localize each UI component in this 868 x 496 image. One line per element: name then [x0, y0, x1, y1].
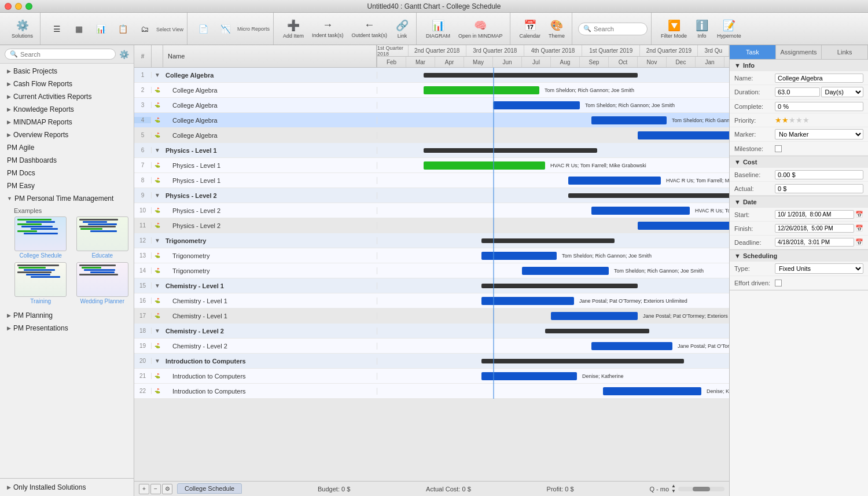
table-row[interactable]: 17 ⛳ Chemistry - Level 1 [134, 308, 377, 324]
sidebar-item-basic-projects[interactable]: ▶ Basic Projects [0, 65, 134, 78]
gantt-bar-summary-15[interactable] [481, 284, 638, 288]
zoom-up-icon[interactable]: ▲ [671, 484, 676, 488]
filter-mode-button[interactable]: 🔽 Filter Mode [657, 16, 690, 42]
add-item-button[interactable]: ➕ Add Item [279, 16, 307, 42]
diagram-button[interactable]: 📊 DIAGRAM [422, 16, 454, 42]
calendar-button[interactable]: 📅 Calendar [516, 16, 545, 42]
view-btn-5[interactable]: 🗂 [134, 16, 155, 42]
gantt-bar-16[interactable] [481, 297, 574, 305]
gantt-bar-summary-20[interactable] [481, 359, 684, 363]
gantt-bar-13[interactable] [481, 252, 557, 260]
gantt-bar-7[interactable] [424, 161, 545, 170]
row-expand-icon[interactable]: ▼ [152, 192, 163, 199]
window-controls[interactable] [5, 3, 32, 10]
sidebar-item-pm-dashboards[interactable]: PM Dashboards [0, 154, 134, 167]
example-college-schedule[interactable]: College Shedule [12, 216, 70, 259]
row-expand-icon[interactable]: ▼ [152, 72, 163, 78]
view-btn-4[interactable]: 📋 [112, 16, 133, 42]
table-row[interactable]: 6 ▼ Physics - Level 1 [134, 143, 377, 158]
gantt-bar-3[interactable] [493, 101, 580, 109]
complete-field[interactable] [775, 102, 863, 111]
search-toolbar-box[interactable]: 🔍 [578, 23, 648, 35]
add-row-button[interactable]: + [139, 484, 149, 494]
sidebar-item-mindmap[interactable]: ▶ MINDMAP Reports [0, 116, 134, 128]
type-select[interactable]: Fixed Units [775, 263, 863, 274]
zoom-stepper[interactable]: ▲ ▼ [671, 484, 676, 494]
sidebar-item-overview[interactable]: ▶ Overview Reports [0, 128, 134, 141]
view-btn-3[interactable]: 📊 [90, 16, 111, 42]
table-row[interactable]: 3 ⛳ College Algebra [134, 98, 377, 113]
finish-calendar-icon[interactable]: 📅 [855, 225, 863, 232]
solutions-button[interactable]: ⚙️ Solutions [8, 16, 36, 42]
example-wedding-planner[interactable]: Wedding Planner [73, 262, 132, 304]
gantt-bar-8[interactable] [568, 177, 661, 185]
gantt-bar-summary-6[interactable] [424, 148, 597, 153]
duration-field[interactable] [775, 87, 820, 97]
tab-links[interactable]: Links [822, 45, 868, 59]
cost-section-header[interactable]: ▼ Cost [730, 156, 868, 168]
sidebar-item-pm-easy[interactable]: PM Easy [0, 179, 134, 192]
table-row[interactable]: 8 ⛳ Physics - Level 1 [134, 173, 377, 188]
actual-cost-field[interactable] [775, 184, 863, 193]
table-row[interactable]: 18 ▼ Chemistry - Level 2 [134, 324, 377, 339]
zoom-down-icon[interactable]: ▼ [671, 489, 676, 494]
settings-button[interactable]: ⚙ [162, 484, 172, 494]
start-field[interactable] [775, 210, 854, 219]
table-row[interactable]: 2 ⛳ College Algebra [134, 83, 377, 98]
gantt-bar-10[interactable] [591, 207, 690, 215]
row-expand-icon[interactable]: ▼ [152, 147, 163, 153]
sidebar-search-input[interactable] [20, 51, 111, 58]
table-row[interactable]: 9 ▼ Physics - Level 2 [134, 188, 377, 203]
gantt-bar-summary-9[interactable] [568, 193, 729, 198]
table-row[interactable]: 4 ⛳ College Algebra [134, 113, 377, 128]
gantt-bar-5[interactable] [638, 131, 729, 139]
table-row[interactable]: 21 ⛳ Introduction to Computers [134, 369, 377, 384]
deadline-field[interactable] [775, 238, 854, 247]
priority-stars[interactable]: ★★★★★ [775, 116, 863, 124]
sidebar-item-only-installed[interactable]: ▶ Only Installed Solutions [0, 481, 134, 494]
row-expand-icon[interactable]: ▼ [152, 328, 163, 334]
table-row[interactable]: 14 ⛳ Trigonometry [134, 263, 377, 278]
gantt-bar-summary-18[interactable] [545, 329, 649, 333]
table-row[interactable]: 15 ▼ Chemistry - Level 1 [134, 278, 377, 293]
gantt-bar-11[interactable] [638, 222, 729, 230]
table-row[interactable]: 13 ⛳ Trigonometry [134, 248, 377, 263]
row-expand-icon[interactable]: ▼ [152, 282, 163, 289]
sidebar-item-pm-docs[interactable]: PM Docs [0, 167, 134, 179]
name-field[interactable] [775, 74, 863, 83]
table-row[interactable]: 20 ▼ Introduction to Computers [134, 354, 377, 369]
sidebar-item-knowledge[interactable]: ▶ Knowledge Reports [0, 103, 134, 116]
maximize-button[interactable] [25, 3, 32, 10]
baseline-field[interactable] [775, 170, 863, 179]
scheduling-section-header[interactable]: ▼ Scheduling [730, 250, 868, 262]
micro-report-2[interactable]: 📉 [215, 16, 236, 42]
table-row[interactable]: 7 ⛳ Physics - Level 1 [134, 158, 377, 173]
search-toolbar-input[interactable] [594, 25, 646, 32]
info-button[interactable]: ℹ️ Info [692, 16, 712, 42]
effort-driven-checkbox[interactable] [775, 280, 782, 286]
table-row[interactable]: 19 ⛳ Chemistry - Level 2 [134, 339, 377, 354]
zoom-slider-thumb[interactable] [693, 487, 710, 491]
row-expand-icon[interactable]: ▼ [152, 237, 163, 244]
table-row[interactable]: 10 ⛳ Physics - Level 2 [134, 203, 377, 218]
table-row[interactable]: 11 ⛳ Physics - Level 2 [134, 218, 377, 233]
table-row[interactable]: 5 ⛳ College Algebra [134, 128, 377, 143]
theme-button[interactable]: 🎨 Theme [545, 16, 568, 42]
mindmap-button[interactable]: 🧠 Open in MINDMAP [455, 16, 506, 42]
date-section-header[interactable]: ▼ Date [730, 196, 868, 208]
gantt-bar-14[interactable] [522, 267, 609, 275]
table-row[interactable]: 22 ⛳ Introduction to Computers [134, 384, 377, 399]
hypernote-button[interactable]: 📝 Hypernote [713, 16, 745, 42]
remove-row-button[interactable]: − [150, 484, 161, 494]
table-row[interactable]: 1 ▼ College Algebra [134, 68, 377, 83]
milestone-checkbox[interactable] [775, 145, 782, 152]
view-btn-2[interactable]: ▦ [68, 16, 89, 42]
sidebar-filter-icon[interactable]: ⚙️ [119, 50, 129, 59]
sidebar-item-pm-presentations[interactable]: ▶ PM Presentations [0, 322, 134, 335]
sidebar-search-box[interactable]: 🔍 [5, 49, 116, 60]
gantt-bar-2[interactable] [424, 86, 539, 94]
outdent-button[interactable]: ← Outdent task(s) [348, 16, 391, 42]
close-button[interactable] [5, 3, 12, 10]
link-button[interactable]: 🔗 Link [392, 16, 413, 42]
sidebar-item-cash-flow[interactable]: ▶ Cash Flow Reports [0, 78, 134, 90]
